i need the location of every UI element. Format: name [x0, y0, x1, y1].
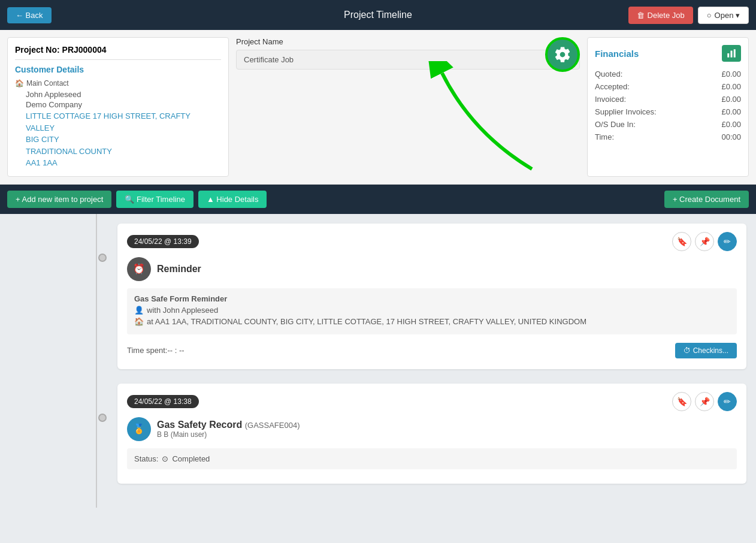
timestamp-badge-2: 24/05/22 @ 13:38	[127, 395, 199, 408]
address-line-2[interactable]: BIG CITY	[15, 134, 221, 146]
hide-details-button[interactable]: ▲ Hide Details	[198, 191, 267, 208]
detail-title-1: Gas Safe Form Reminder	[134, 294, 730, 303]
status-row: Status: ⊙ Completed	[134, 454, 730, 463]
item-title-2: Gas Safety Record (GASSAFE004)	[157, 420, 300, 430]
card-actions-2: 🔖 📌 ✏	[672, 392, 737, 411]
contact-company: Demo Company	[15, 100, 221, 109]
financials-chart-button[interactable]	[722, 45, 741, 62]
main-contact-label: 🏠 Main Contact	[15, 79, 221, 88]
back-button[interactable]: ← Back	[7, 7, 52, 23]
edit-button-1[interactable]: ✏	[718, 232, 737, 251]
gear-icon	[554, 46, 571, 64]
open-label: Open ▾	[715, 11, 740, 20]
svg-rect-3	[734, 49, 736, 58]
financials-row: Supplier Invoices:£0.00	[595, 105, 741, 118]
edit-icon-2: ✏	[724, 397, 731, 406]
financials-row-label: Accepted:	[595, 82, 630, 91]
project-name-card: Project Name Certificate Job	[236, 37, 580, 177]
item-details-2: Status: ⊙ Completed	[127, 448, 737, 469]
home-icon: 🏠	[15, 79, 24, 88]
detail-with-1: 👤 with John Appleseed	[134, 306, 730, 315]
timeline-dot-1	[98, 254, 107, 262]
status-value: Completed	[172, 454, 210, 463]
time-spent-label: Time spent:	[127, 346, 167, 355]
financials-row: O/S Due In:£0.00	[595, 118, 741, 131]
page-title: Project Timeline	[344, 10, 412, 20]
pin-button-1[interactable]: 📌	[695, 232, 714, 251]
project-name-label: Project Name	[236, 37, 580, 46]
circle-icon: ○	[707, 11, 712, 20]
financials-row-value: £0.00	[721, 120, 741, 129]
top-nav-right: 🗑 Delete Job ○ Open ▾	[628, 7, 749, 24]
open-button[interactable]: ○ Open ▾	[698, 7, 749, 24]
timestamp-badge-1: 24/05/22 @ 13:39	[127, 235, 199, 248]
create-document-button[interactable]: + Create Document	[664, 191, 749, 208]
financials-row-label: Invoiced:	[595, 95, 626, 104]
home-icon-2: 🏠	[134, 317, 144, 326]
financials-title: Financials	[595, 49, 639, 59]
info-section: Project No: PRJ000004 Customer Details 🏠…	[0, 30, 756, 185]
financials-row-label: Quoted:	[595, 70, 622, 79]
pin-button-2[interactable]: 📌	[695, 392, 714, 411]
financials-row-value: £0.00	[721, 82, 741, 91]
financials-row: Accepted:£0.00	[595, 80, 741, 93]
detail-address-1: 🏠 at AA1 1AA, TRADITIONAL COUNTY, BIG CI…	[134, 317, 730, 326]
address-line-1[interactable]: LITTLE COTTAGE 17 HIGH STREET, CRAFTY VA…	[15, 110, 221, 134]
svg-rect-1	[727, 53, 729, 58]
pin-icon: 📌	[700, 237, 710, 246]
financials-row: Invoiced:£0.00	[595, 93, 741, 105]
financials-row-label: O/S Due In:	[595, 120, 636, 129]
add-new-item-button[interactable]: + Add new item to project	[7, 191, 111, 208]
project-name-value: Certificate Job	[236, 50, 580, 70]
item-header-1: ⏰ Reminder	[127, 257, 737, 281]
item-title-1: Reminder	[157, 264, 201, 274]
item-details-1: Gas Safe Form Reminder 👤 with John Apple…	[127, 288, 737, 334]
financials-row-value: £0.00	[721, 70, 741, 79]
financials-row-value: 00:00	[721, 132, 741, 141]
bookmark-button-1[interactable]: 🔖	[672, 232, 691, 251]
financials-row-label: Time:	[595, 132, 614, 141]
financials-rows: Quoted:£0.00Accepted:£0.00Invoiced:£0.00…	[595, 68, 741, 143]
financials-row-value: £0.00	[721, 107, 741, 116]
address-line-4[interactable]: AA1 1AA	[15, 157, 221, 169]
delete-job-button[interactable]: 🗑 Delete Job	[628, 7, 693, 24]
time-spent-row: Time spent: -- : -- ⏱ Checkins...	[127, 340, 737, 361]
reminder-icon: ⏰	[127, 257, 151, 281]
financials-card: Financials Quoted:£0.00Accepted:£0.00Inv…	[587, 37, 749, 177]
timeline-dot-2	[98, 414, 107, 422]
person-icon: 👤	[134, 306, 144, 315]
trash-icon: 🗑	[637, 11, 645, 20]
bookmark-icon-2: 🔖	[677, 397, 687, 406]
time-spent-value: -- : --	[167, 346, 184, 355]
pin-icon-2: 📌	[700, 397, 710, 406]
settings-gear-button[interactable]	[545, 37, 580, 72]
address-line-3[interactable]: TRADITIONAL COUNTY	[15, 146, 221, 158]
timeline-card-gas-safety: 24/05/22 @ 13:38 🔖 📌 ✏ 🏅	[117, 384, 746, 484]
filter-timeline-button[interactable]: 🔍 Filter Timeline	[116, 191, 193, 208]
financials-row-value: £0.00	[721, 95, 741, 104]
timeline-card-header-1: 24/05/22 @ 13:39 🔖 📌 ✏	[127, 232, 737, 251]
item-title-group-2: Gas Safety Record (GASSAFE004) B B (Main…	[157, 420, 300, 439]
green-arrow-annotation	[424, 61, 544, 181]
timeline-item-gas-safety: 24/05/22 @ 13:38 🔖 📌 ✏ 🏅	[10, 384, 746, 484]
item-header-2: 🏅 Gas Safety Record (GASSAFE004) B B (Ma…	[127, 417, 737, 441]
timeline-item-reminder: 24/05/22 @ 13:39 🔖 📌 ✏ ⏰ Rem	[10, 224, 746, 369]
bookmark-button-2[interactable]: 🔖	[672, 392, 691, 411]
timeline-container: 24/05/22 @ 13:39 🔖 📌 ✏ ⏰ Rem	[0, 214, 756, 508]
gas-safety-icon: 🏅	[127, 417, 151, 441]
bookmark-icon: 🔖	[677, 237, 687, 246]
contact-name: John Appleseed	[15, 90, 221, 99]
project-number: Project No: PRJ000004	[15, 45, 221, 60]
edit-icon: ✏	[724, 237, 731, 246]
timeline-card-header-2: 24/05/22 @ 13:38 🔖 📌 ✏	[127, 392, 737, 411]
edit-button-2[interactable]: ✏	[718, 392, 737, 411]
card-actions-1: 🔖 📌 ✏	[672, 232, 737, 251]
checkins-button[interactable]: ⏱ Checkins...	[675, 343, 737, 358]
item-subtitle-2: B B (Main user)	[157, 430, 300, 439]
customer-details-title: Customer Details	[15, 65, 221, 74]
financials-row: Time:00:00	[595, 131, 741, 143]
svg-rect-2	[731, 51, 733, 58]
financials-row: Quoted:£0.00	[595, 68, 741, 80]
bar-chart-icon	[726, 48, 737, 59]
financials-header: Financials	[595, 45, 741, 62]
